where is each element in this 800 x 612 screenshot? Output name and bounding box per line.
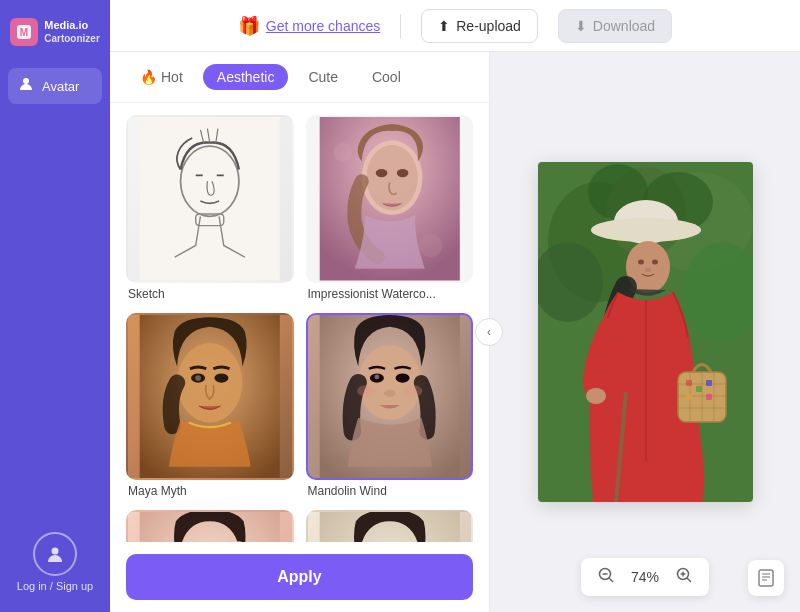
logo-title: Media.io	[44, 19, 100, 32]
zoom-bar: 74%	[581, 558, 709, 596]
svg-rect-79	[686, 394, 692, 400]
style-item-sketch[interactable]: Sketch	[126, 115, 294, 301]
tab-aesthetic[interactable]: Aesthetic	[203, 64, 289, 90]
svg-point-24	[395, 373, 409, 382]
svg-rect-77	[696, 386, 702, 392]
svg-point-15	[418, 234, 441, 257]
zoom-out-button[interactable]	[597, 566, 615, 588]
fire-icon: 🔥	[140, 69, 157, 85]
left-panel: 🔥 Hot Aesthetic Cute Cool	[110, 52, 490, 612]
reupload-button[interactable]: ⬆ Re-upload	[421, 9, 538, 43]
logo-subtitle: Cartoonizer	[44, 33, 100, 45]
right-panel: 74%	[490, 52, 800, 612]
style-item-impressionist[interactable]: Impressionist Waterco...	[306, 115, 474, 301]
avatar-icon	[18, 76, 34, 96]
svg-rect-76	[686, 380, 692, 386]
svg-point-3	[51, 548, 58, 555]
notes-button[interactable]	[748, 560, 784, 596]
logo-area: M Media.io Cartoonizer	[0, 12, 110, 52]
svg-point-2	[23, 78, 29, 84]
svg-point-12	[375, 169, 387, 177]
svg-point-22	[358, 345, 421, 420]
content-area: 🔥 Hot Aesthetic Cute Cool	[110, 52, 800, 612]
topbar-divider	[400, 14, 401, 38]
zoom-value: 74%	[627, 569, 663, 585]
zoom-in-button[interactable]	[675, 566, 693, 588]
style-item-peach[interactable]: Peach Blossom	[126, 510, 294, 542]
style-item-maya[interactable]: Maya Myth	[126, 313, 294, 499]
style-label-sketch: Sketch	[126, 287, 294, 301]
tab-hot[interactable]: 🔥 Hot	[126, 64, 197, 90]
style-label-maya: Maya Myth	[126, 484, 294, 498]
login-label[interactable]: Log in / Sign up	[17, 580, 93, 592]
svg-point-14	[333, 143, 352, 162]
svg-point-65	[645, 268, 651, 272]
svg-line-88	[687, 578, 691, 582]
style-thumb-maya	[126, 313, 294, 481]
style-label-impressionist: Impressionist Waterco...	[306, 287, 474, 301]
style-thumb-glacier	[306, 510, 474, 542]
style-thumb-impressionist	[306, 115, 474, 283]
apply-button[interactable]: Apply	[126, 554, 473, 600]
sidebar-avatar-label: Avatar	[42, 79, 79, 94]
logo-icon: M	[10, 18, 38, 46]
styles-grid: Sketch	[110, 103, 489, 542]
svg-text:M: M	[20, 27, 28, 38]
svg-point-64	[652, 260, 658, 265]
svg-rect-78	[706, 380, 712, 386]
svg-point-61	[591, 218, 701, 242]
download-label: Download	[593, 18, 655, 34]
svg-point-67	[586, 388, 606, 404]
svg-point-19	[214, 373, 228, 382]
chances-label: Get more chances	[266, 18, 380, 34]
svg-line-84	[609, 578, 613, 582]
collapse-toggle[interactable]: ‹	[475, 318, 503, 346]
style-thumb-mandolin	[306, 313, 474, 481]
gift-icon: 🎁	[238, 15, 260, 37]
top-bar: 🎁 Get more chances ⬆ Re-upload ⬇ Downloa…	[110, 0, 800, 52]
chances-link[interactable]: 🎁 Get more chances	[238, 15, 380, 37]
upload-icon: ⬆	[438, 18, 450, 34]
svg-rect-89	[759, 570, 773, 586]
svg-point-20	[195, 375, 201, 381]
download-button[interactable]: ⬇ Download	[558, 9, 672, 43]
preview-image	[538, 162, 753, 502]
svg-point-27	[357, 385, 376, 397]
svg-point-13	[396, 169, 408, 177]
tab-cool[interactable]: Cool	[358, 64, 415, 90]
svg-point-28	[403, 385, 422, 397]
login-button[interactable]	[33, 532, 77, 576]
style-label-mandolin: Mandolin Wind	[306, 484, 474, 498]
sidebar: M Media.io Cartoonizer Avatar Log in	[0, 0, 110, 612]
sidebar-bottom: Log in / Sign up	[17, 532, 93, 600]
svg-point-25	[374, 374, 379, 379]
style-thumb-sketch	[126, 115, 294, 283]
main-area: 🎁 Get more chances ⬆ Re-upload ⬇ Downloa…	[110, 0, 800, 612]
collapse-icon: ‹	[487, 325, 491, 339]
style-item-mandolin[interactable]: Mandolin Wind	[306, 313, 474, 499]
reupload-label: Re-upload	[456, 18, 521, 34]
sidebar-item-avatar[interactable]: Avatar	[8, 68, 102, 104]
svg-point-63	[638, 260, 644, 265]
tabs-row: 🔥 Hot Aesthetic Cute Cool	[110, 52, 489, 103]
download-icon: ⬇	[575, 18, 587, 34]
tab-cute[interactable]: Cute	[294, 64, 352, 90]
svg-point-17	[177, 343, 242, 422]
svg-point-26	[383, 389, 395, 396]
svg-point-11	[366, 145, 417, 210]
style-item-glacier[interactable]: Glacier Bay	[306, 510, 474, 542]
style-thumb-peach	[126, 510, 294, 542]
sidebar-nav: Avatar	[0, 68, 110, 104]
svg-rect-80	[706, 394, 712, 400]
